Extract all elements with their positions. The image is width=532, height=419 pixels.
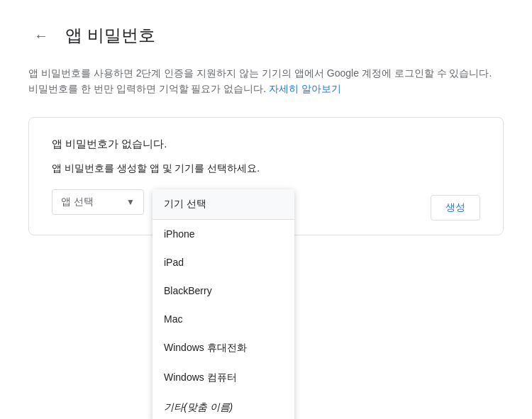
select-label: 앱 비밀번호를 생성할 앱 및 기기를 선택하세요. — [52, 162, 480, 175]
device-option-windows-phone[interactable]: Windows 휴대전화 — [153, 333, 294, 363]
back-button[interactable]: ← — [28, 23, 54, 48]
page-header: ← 앱 비밀번호 — [28, 23, 504, 48]
selectors-row: 앱 선택 ▼ 기기 선택 iPhone iPad BlackBerry Mac … — [52, 189, 153, 215]
description-main: 앱 비밀번호를 사용하면 2단계 인증을 지원하지 않는 기기의 앱에서 Goo… — [28, 67, 492, 94]
device-option-custom[interactable]: 기타(맞춤 이름) — [153, 393, 294, 419]
selectors-container: 앱 선택 ▼ 기기 선택 iPhone iPad BlackBerry Mac … — [52, 189, 480, 215]
device-option-windows-pc[interactable]: Windows 컴퓨터 — [153, 363, 294, 393]
generate-button[interactable]: 생성 — [431, 195, 480, 220]
description-text: 앱 비밀번호를 사용하면 2단계 인증을 지원하지 않는 기기의 앱에서 Goo… — [28, 65, 497, 97]
device-dropdown: 기기 선택 iPhone iPad BlackBerry Mac Windows… — [153, 189, 294, 419]
device-option-mac[interactable]: Mac — [153, 305, 294, 333]
back-icon: ← — [34, 28, 48, 44]
app-select-placeholder: 앱 선택 — [61, 196, 94, 208]
device-option-ipad[interactable]: iPad — [153, 248, 294, 276]
app-select-wrapper: 앱 선택 ▼ — [52, 189, 144, 215]
learn-more-link[interactable]: 자세히 알아보기 — [269, 83, 341, 94]
dropdown-header: 기기 선택 — [153, 189, 294, 220]
chevron-down-icon: ▼ — [126, 197, 135, 207]
app-select[interactable]: 앱 선택 ▼ — [52, 189, 144, 215]
page-title: 앱 비밀번호 — [65, 24, 155, 47]
device-option-blackberry[interactable]: BlackBerry — [153, 276, 294, 305]
main-card: 앱 비밀번호가 없습니다. 앱 비밀번호를 생성할 앱 및 기기를 선택하세요.… — [28, 117, 504, 235]
device-option-iphone[interactable]: iPhone — [153, 220, 294, 248]
empty-title: 앱 비밀번호가 없습니다. — [52, 138, 480, 151]
